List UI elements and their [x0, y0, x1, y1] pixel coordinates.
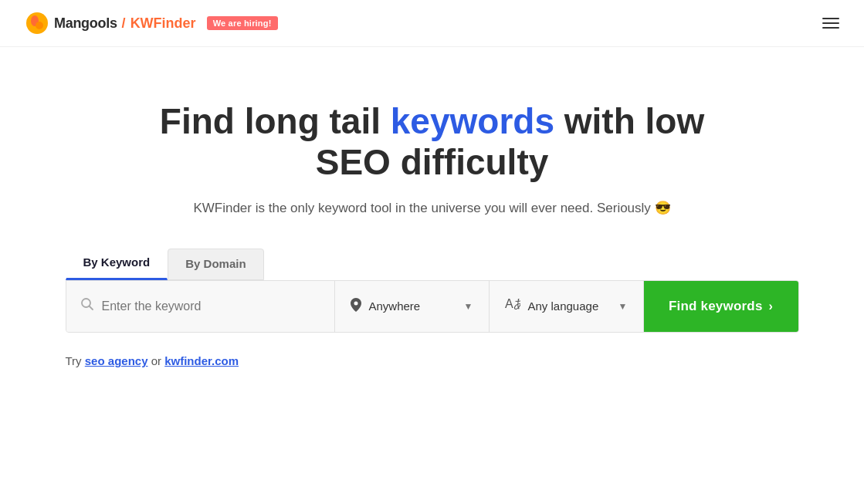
- search-bar: Anywhere ▼ Aあ Any language ▼ Find keywor…: [66, 280, 799, 333]
- footer-prefix: Try: [66, 354, 85, 367]
- brand-name: Mangools: [54, 15, 117, 32]
- hamburger-line-1: [822, 18, 839, 19]
- footer-separator: or: [148, 354, 165, 367]
- language-icon: Aあ: [505, 298, 520, 314]
- svg-point-2: [36, 22, 43, 29]
- header-left: Mangools / KWFinder We are hiring!: [25, 11, 278, 36]
- find-keywords-label: Find keywords: [669, 299, 763, 314]
- hiring-badge[interactable]: We are hiring!: [207, 16, 278, 30]
- search-tabs: By Keyword By Domain: [66, 247, 799, 280]
- hamburger-line-3: [822, 27, 839, 29]
- hero-title-highlight: keywords: [391, 101, 554, 141]
- product-name: KWFinder: [130, 15, 196, 32]
- brand-separator: /: [122, 15, 126, 32]
- tab-by-keyword[interactable]: By Keyword: [66, 247, 168, 280]
- language-value: Any language: [528, 299, 611, 313]
- tab-by-domain-label: By Domain: [185, 257, 246, 270]
- kwfinder-link[interactable]: kwfinder.com: [164, 354, 239, 367]
- location-value: Anywhere: [369, 299, 456, 313]
- language-dropdown[interactable]: Aあ Any language ▼: [490, 281, 644, 332]
- header: Mangools / KWFinder We are hiring!: [0, 0, 864, 47]
- find-keywords-button[interactable]: Find keywords ›: [644, 281, 798, 332]
- main-content: Find long tail keywords with low SEO dif…: [0, 47, 864, 367]
- hamburger-menu-button[interactable]: [822, 18, 839, 29]
- svg-line-4: [89, 306, 93, 310]
- hamburger-line-2: [822, 22, 839, 24]
- footer-suggestion-text: Try seo agency or kwfinder.com: [66, 354, 799, 367]
- mangools-logo-icon: [25, 11, 49, 36]
- keyword-search-input[interactable]: [102, 299, 320, 313]
- location-dropdown-arrow: ▼: [464, 301, 473, 312]
- seo-agency-link[interactable]: seo agency: [85, 354, 148, 367]
- svg-point-5: [354, 301, 357, 305]
- svg-text:Aあ: Aあ: [505, 298, 520, 310]
- keyword-input-section: [66, 281, 335, 332]
- hero-title-text1: Find long tail: [160, 101, 391, 141]
- location-dropdown[interactable]: Anywhere ▼: [335, 281, 490, 332]
- tab-by-keyword-label: By Keyword: [83, 255, 151, 269]
- language-dropdown-arrow: ▼: [618, 301, 628, 312]
- hero-subtitle: KWFinder is the only keyword tool in the…: [193, 200, 670, 216]
- location-pin-icon: [351, 298, 361, 315]
- tab-by-domain[interactable]: By Domain: [168, 249, 263, 280]
- search-icon: [80, 297, 94, 315]
- find-keywords-arrow-icon: ›: [769, 299, 774, 313]
- hero-title: Find long tail keywords with low SEO dif…: [131, 101, 734, 183]
